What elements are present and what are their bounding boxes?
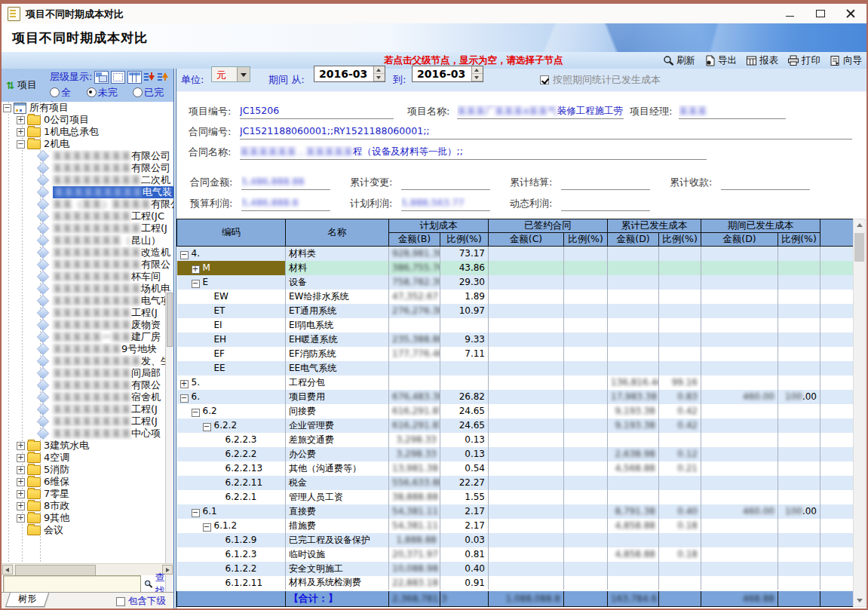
code-cell[interactable]: 6.2.2.2 <box>177 447 286 461</box>
value-cell[interactable] <box>564 476 608 490</box>
collapse-icon[interactable]: − <box>203 523 211 532</box>
collapse-icon[interactable]: − <box>180 251 189 259</box>
value-cell[interactable] <box>701 547 778 562</box>
value-cell[interactable] <box>564 361 608 376</box>
value-cell[interactable] <box>489 461 564 476</box>
tree-item[interactable]: 某某某某某某某某中心项 <box>2 428 173 440</box>
close-button[interactable] <box>845 8 856 19</box>
project-mgr-field[interactable]: 某某某 <box>679 105 786 119</box>
plan-profit-field[interactable]: 5,888,563.77 <box>401 197 490 211</box>
dynamic-profit-field[interactable] <box>561 197 650 211</box>
name-cell[interactable]: 工程分包 <box>286 376 389 390</box>
value-cell[interactable]: 9,193.38 <box>608 404 659 418</box>
budget-profit-field[interactable]: 5,486,888.8 <box>241 197 330 211</box>
value-cell[interactable] <box>489 404 564 418</box>
code-cell[interactable]: 6.1.2.2 <box>177 562 286 576</box>
cum-change-field[interactable] <box>401 176 490 190</box>
value-cell[interactable]: 8,791.38 <box>608 504 659 519</box>
value-cell[interactable] <box>564 547 608 562</box>
radio-icon[interactable] <box>133 87 143 97</box>
value-cell[interactable] <box>608 261 659 275</box>
value-cell[interactable] <box>778 476 820 490</box>
project-name-field[interactable]: 某某某厂某某某a某某气装修工程施工劳 <box>457 105 624 119</box>
向导-button[interactable]: 向导 <box>830 54 862 67</box>
value-cell[interactable] <box>778 447 820 461</box>
value-cell[interactable] <box>489 361 564 376</box>
value-cell[interactable] <box>564 390 608 404</box>
value-cell[interactable]: 2.17 <box>440 504 489 519</box>
value-cell[interactable]: 1,888.88 <box>389 533 440 547</box>
value-cell[interactable] <box>778 533 820 547</box>
contract-name-field[interactable]: 某某某某某某，某某某某某程（设备及材料等一批）;; <box>240 146 707 160</box>
value-cell[interactable]: 276,276.38 <box>389 304 440 318</box>
radio-icon[interactable] <box>50 87 60 97</box>
tree-folder[interactable]: +1机电总承包 <box>2 126 173 138</box>
name-cell[interactable]: 安全文明施工 <box>286 562 389 576</box>
tree-vertical-scrollbar[interactable] <box>165 291 173 608</box>
value-cell[interactable]: 460.00 <box>701 504 778 519</box>
tree-item[interactable]: 某某某某某某某某某工程(J <box>2 222 173 234</box>
name-cell[interactable]: ET通用系统 <box>286 304 389 318</box>
value-cell[interactable] <box>489 547 564 562</box>
table-row[interactable]: 6.1.2.11材料及系统检测费22,883.180.91 <box>177 576 854 590</box>
value-cell[interactable]: 17,983.38 <box>608 390 659 404</box>
name-cell[interactable]: EE电气系统 <box>286 361 389 376</box>
table-row[interactable]: −6.1.2措施费54,381.112.174,858.880.18 <box>177 519 854 533</box>
value-cell[interactable] <box>564 347 608 361</box>
value-cell[interactable]: 99.16 <box>659 376 701 390</box>
tree-item[interactable]: 某某某某某一某某建厂房 <box>2 331 173 343</box>
value-cell[interactable] <box>778 247 820 261</box>
value-cell[interactable]: 616,291.87 <box>389 418 440 433</box>
code-cell[interactable]: −E <box>177 275 286 290</box>
value-cell[interactable] <box>659 533 701 547</box>
tree-item[interactable]: 某某某某某某某某有限公司 <box>2 162 173 174</box>
spin-down-icon[interactable] <box>374 74 385 81</box>
value-cell[interactable]: 24.65 <box>440 404 489 418</box>
expand-icon[interactable]: + <box>192 265 200 274</box>
value-cell[interactable] <box>701 275 778 290</box>
tree-item[interactable]: 某某某某某某某某某发、生 <box>2 355 173 367</box>
table-row[interactable]: 6.2.2.2办公费3,298.330.132,638.980.12 <box>177 447 854 461</box>
collapse-icon[interactable]: − <box>192 280 200 288</box>
tree-folder[interactable]: +6维保 <box>2 476 173 488</box>
sort-descending-icon[interactable] <box>144 72 155 83</box>
name-cell[interactable]: EH暖通系统 <box>286 333 389 347</box>
table-row[interactable]: −6.项目费用676,483.3826.8217,983.380.83460.0… <box>177 390 854 404</box>
tree-item[interactable]: 某某某某某某某某宿舍机 <box>2 391 173 403</box>
value-cell[interactable] <box>701 461 778 476</box>
刷新-button[interactable]: 刷新 <box>663 54 695 67</box>
tree-folder[interactable]: +0公司项目 <box>2 114 173 126</box>
period-from-spinner[interactable] <box>373 66 385 81</box>
name-cell[interactable]: EI弱电系统 <box>286 318 389 333</box>
value-cell[interactable]: 38,888.88 <box>389 490 440 504</box>
col-cum-amt[interactable]: 金额(D) <box>608 233 659 247</box>
value-cell[interactable] <box>701 290 778 304</box>
value-cell[interactable] <box>701 418 778 433</box>
name-cell[interactable]: 项目费用 <box>286 390 389 404</box>
value-cell[interactable]: 100.00 <box>778 504 820 519</box>
value-cell[interactable] <box>608 533 659 547</box>
tree-folder[interactable]: 会议 <box>2 524 173 536</box>
value-cell[interactable]: 24.65 <box>440 418 489 433</box>
tree-folder[interactable]: −2机电 <box>2 138 173 150</box>
value-cell[interactable] <box>564 261 608 275</box>
value-cell[interactable]: 22.27 <box>440 476 489 490</box>
table-row[interactable]: 6.1.2.3临时设施20,371.970.814,858.880.18 <box>177 547 854 562</box>
value-cell[interactable] <box>659 490 701 504</box>
chevron-down-icon[interactable] <box>237 67 250 81</box>
value-cell[interactable] <box>659 318 701 333</box>
name-cell[interactable]: 直接费 <box>286 504 389 519</box>
value-cell[interactable] <box>778 461 820 476</box>
scroll-up-icon[interactable] <box>854 219 865 231</box>
cascade-view-icon[interactable] <box>94 71 109 84</box>
expand-icon[interactable]: + <box>17 466 25 474</box>
expand-icon[interactable]: + <box>17 116 25 124</box>
value-cell[interactable] <box>701 533 778 547</box>
tab-tree-view[interactable]: 树形 <box>5 593 49 607</box>
code-cell[interactable]: −6.2.2 <box>177 418 286 433</box>
value-cell[interactable]: 0.42 <box>659 404 701 418</box>
value-cell[interactable] <box>701 318 778 333</box>
value-cell[interactable] <box>701 447 778 461</box>
value-cell[interactable] <box>701 519 778 533</box>
value-cell[interactable] <box>564 333 608 347</box>
